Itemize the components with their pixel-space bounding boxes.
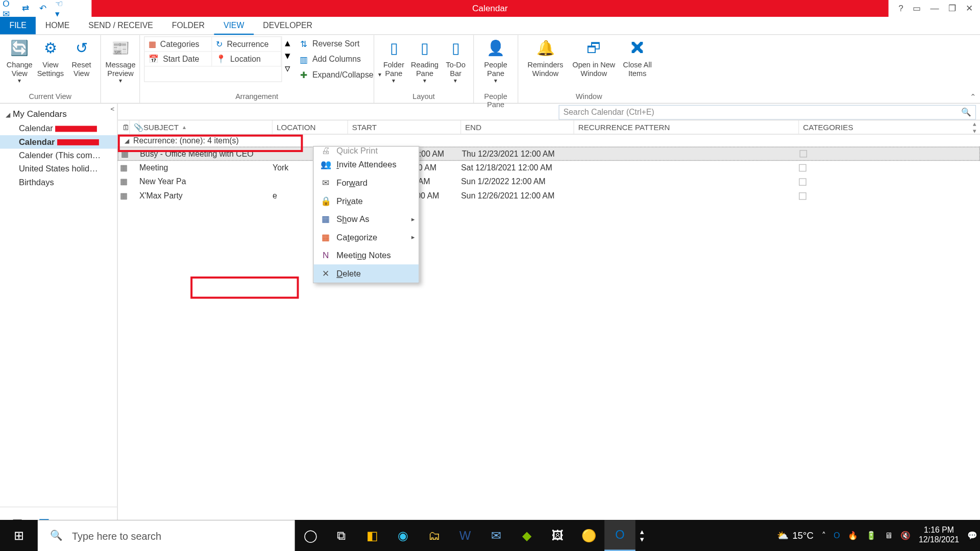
help-icon[interactable]: ? [898, 4, 903, 14]
todo-bar-button[interactable]: ▯To-Do Bar▾ [440, 36, 471, 86]
change-view-button[interactable]: 🔄Change View▾ [4, 36, 35, 86]
calendar-item[interactable]: Birthdays [0, 176, 117, 189]
taskbar-app1[interactable]: ◧ [357, 520, 388, 551]
tray-volume-icon[interactable]: 🔇 [900, 531, 911, 540]
collapse-folderpane-icon[interactable]: < [110, 105, 114, 113]
my-calendars-header[interactable]: My Calendars [0, 104, 117, 122]
expand-collapse-button[interactable]: ✚Expand/Collapse▾ [296, 67, 384, 82]
people-pane-button[interactable]: 👤People Pane▾ [478, 36, 513, 86]
outlook-icon: O✉ [3, 3, 13, 14]
tray-chevron-icon[interactable]: ˄ [822, 531, 826, 540]
qat-touchmode-icon[interactable]: ☜▾ [55, 3, 66, 14]
tab-developer[interactable]: DEVELOPER [254, 17, 322, 34]
window-title: Calendar [91, 0, 888, 17]
reminders-window-button[interactable]: 🔔Reminders Window [522, 36, 568, 79]
arrangement-gallery[interactable]: ▦Categories ↻Recurrence 📅Start Date 📍Loc… [144, 36, 282, 82]
calendar-item[interactable]: United States holid… [0, 162, 117, 176]
start-button[interactable]: ⊞ [0, 520, 38, 551]
menu-quick-print[interactable]: 🖨Quick Print [314, 146, 419, 155]
category-box[interactable] [799, 164, 806, 171]
calendar-item-icon: ▦ [118, 177, 130, 186]
reverse-sort-button[interactable]: ⇅Reverse Sort [296, 36, 384, 51]
ribbon-display-icon[interactable]: ▭ [913, 4, 921, 14]
message-preview-button[interactable]: 📰Message Preview▾ [105, 36, 136, 86]
taskbar-cortana[interactable]: ◯ [295, 520, 326, 551]
reset-view-button[interactable]: ↺Reset View [66, 36, 97, 86]
tray-outlook-icon[interactable]: O [834, 531, 840, 540]
menu-invite-attendees[interactable]: 👥Invite Attendees [314, 156, 419, 174]
col-icon[interactable]: 🗓 [118, 120, 130, 134]
menu-show-as[interactable]: ▦Show As▸ [314, 210, 419, 228]
tab-home[interactable]: HOME [36, 17, 79, 34]
col-categories[interactable]: CATEGORIES [799, 120, 980, 134]
group-label-currentview: Current View [4, 92, 96, 103]
windows-taskbar: ⊞ 🔍 Type here to search ◯ ⧉ ◧ ◉ 🗂 W ✉ ◆ … [0, 520, 980, 551]
menu-categorize[interactable]: ▦Categorize▸ [314, 228, 419, 246]
taskbar-taskview[interactable]: ⧉ [326, 520, 357, 551]
col-attach[interactable]: 📎 [130, 120, 139, 134]
col-subject[interactable]: SUBJECT ▴ [139, 120, 273, 134]
search-input[interactable]: Search Calendar (Ctrl+E) 🔍 [559, 105, 976, 120]
taskbar-chrome[interactable]: 🟡 [574, 520, 605, 551]
ribbon-tabs: FILE HOME SEND / RECEIVE FOLDER VIEW DEV… [0, 17, 980, 35]
tray-battery-icon[interactable]: 🔋 [866, 531, 876, 540]
calendar-item[interactable]: Calendar [0, 122, 117, 135]
tray-display-icon[interactable]: 🖥 [885, 531, 893, 540]
tab-sendreceive[interactable]: SEND / RECEIVE [79, 17, 163, 34]
open-in-new-window-button[interactable]: 🗗Open in New Window [569, 36, 619, 79]
tab-folder[interactable]: FOLDER [162, 17, 214, 34]
menu-forward[interactable]: ✉Forward [314, 173, 419, 192]
qat-undo-icon[interactable]: ↶ [38, 3, 48, 14]
close-icon[interactable]: ✕ [966, 4, 973, 14]
taskbar-explorer[interactable]: 🗂 [419, 520, 450, 551]
taskbar-clock[interactable]: 1:16 PM12/18/2021 [919, 526, 959, 544]
view-settings-button[interactable]: ⚙View Settings [35, 36, 66, 86]
event-row[interactable]: ▦Busy - Office Meeting with CEOWed 12/22… [118, 146, 980, 161]
scrollbar[interactable]: ▴▾ [969, 120, 980, 135]
restore-icon[interactable]: ❐ [948, 4, 957, 14]
taskbar-app2[interactable]: ◆ [511, 520, 543, 551]
tab-view[interactable]: VIEW [214, 17, 253, 35]
calendar-item[interactable]: Calender (This com… [0, 148, 117, 162]
taskbar-search[interactable]: 🔍 Type here to search [38, 520, 295, 551]
taskbar-overflow[interactable]: ▴▾ [635, 520, 649, 551]
calendar-list-pane: Search Calendar (Ctrl+E) 🔍 🗓 📎 SUBJECT ▴… [118, 104, 980, 538]
tray-app-icon[interactable]: 🔥 [848, 531, 858, 540]
taskbar-mail[interactable]: ✉ [481, 520, 512, 551]
category-box[interactable] [799, 178, 806, 186]
menu-meeting-notes[interactable]: NMeeting Notes [314, 246, 419, 265]
close-all-items-button[interactable]: 🗙Close All Items [619, 36, 655, 79]
col-location[interactable]: LOCATION [273, 120, 348, 134]
col-end[interactable]: END [461, 120, 574, 134]
taskbar-weather[interactable]: ⛅15°C [777, 530, 814, 541]
add-columns-button[interactable]: ▥Add Columns [296, 52, 384, 67]
event-row[interactable]: ▦MeetingYorkFri 12/17/2021 12:00 AMSat 1… [118, 161, 980, 175]
search-icon[interactable]: 🔍 [961, 108, 971, 117]
highlight-box-delete [190, 277, 299, 299]
calendar-item[interactable]: Calendar [0, 135, 117, 148]
tab-file[interactable]: FILE [0, 17, 36, 34]
taskbar-word[interactable]: W [450, 520, 481, 551]
gallery-scroll[interactable]: ▴▾▿ [285, 36, 290, 82]
menu-delete[interactable]: ✕Delete [314, 264, 419, 283]
context-menu: 🖨Quick Print👥Invite Attendees✉Forward🔒Pr… [313, 146, 419, 283]
group-row[interactable]: ◢Recurrence: (none): 4 item(s) [118, 135, 980, 147]
taskbar-edge[interactable]: ◉ [388, 520, 419, 551]
taskbar-app3[interactable]: 🖼 [543, 520, 574, 551]
group-label-peoplepane: People Pane [478, 92, 513, 103]
reading-pane-button[interactable]: ▯Reading Pane▾ [409, 36, 440, 86]
taskbar-outlook[interactable]: O [604, 520, 635, 551]
col-recurrence[interactable]: RECURRENCE PATTERN [574, 120, 799, 134]
event-row[interactable]: ▦New Year PaSat 1/1/2022 12:00 AMSun 1/2… [118, 175, 980, 189]
col-start[interactable]: START [348, 120, 461, 134]
qat-sendreceive-icon[interactable]: ⇄ [20, 3, 31, 14]
menu-private[interactable]: 🔒Private [314, 192, 419, 210]
category-box[interactable] [799, 192, 806, 199]
event-row[interactable]: ▦X'Max PartyeSat 12/25/2021 12:00 AMSun … [118, 189, 980, 204]
folder-pane-button[interactable]: ▯Folder Pane▾ [378, 36, 409, 86]
tray-notifications-icon[interactable]: 💬 [967, 531, 977, 540]
column-headers[interactable]: 🗓 📎 SUBJECT ▴ LOCATION START END RECURRE… [118, 120, 980, 135]
minimize-icon[interactable]: — [930, 4, 939, 14]
category-box[interactable] [800, 150, 807, 158]
collapse-ribbon-icon[interactable]: ⌃ [970, 93, 976, 102]
